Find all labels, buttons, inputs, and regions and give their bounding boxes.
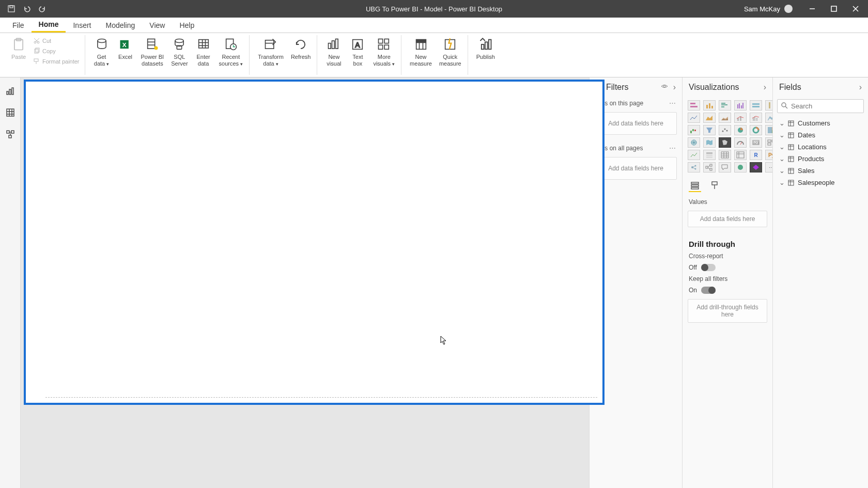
- field-table-locations[interactable]: ⌄ Locations: [775, 141, 866, 153]
- viz-filled-map-icon[interactable]: [703, 137, 716, 148]
- svg-rect-77: [752, 103, 760, 105]
- viz-line-clustered-icon[interactable]: [750, 113, 762, 123]
- close-button[interactable]: [848, 2, 863, 16]
- field-table-salespeople[interactable]: ⌄ Salespeople: [775, 177, 866, 188]
- viz-funnel-icon[interactable]: [703, 125, 716, 135]
- more-icon[interactable]: ⋯: [669, 99, 677, 107]
- viz-table-icon[interactable]: [719, 150, 731, 160]
- undo-icon[interactable]: [23, 5, 31, 13]
- redo-icon[interactable]: [38, 5, 47, 13]
- publish-button[interactable]: Publish: [473, 35, 498, 61]
- cross-report-toggle[interactable]: [701, 264, 716, 271]
- eye-icon[interactable]: [661, 83, 668, 92]
- canvas[interactable]: [21, 77, 589, 488]
- menu-home[interactable]: Home: [32, 18, 66, 33]
- format-tab-icon[interactable]: [708, 180, 721, 192]
- collapse-icon[interactable]: ›: [859, 83, 862, 92]
- refresh-button[interactable]: Refresh: [288, 35, 314, 61]
- viz-pie-icon[interactable]: [734, 125, 747, 135]
- collapse-icon[interactable]: ›: [673, 83, 676, 92]
- viz-card-icon[interactable]: 123: [750, 137, 762, 148]
- maximize-button[interactable]: [827, 2, 841, 16]
- field-table-dates[interactable]: ⌄ Dates: [775, 129, 866, 141]
- menu-insert[interactable]: Insert: [66, 18, 98, 33]
- svg-rect-127: [691, 185, 699, 186]
- viz-donut-icon[interactable]: [750, 125, 762, 135]
- viz-stacked-area-icon[interactable]: [719, 113, 731, 123]
- new-visual-button[interactable]: New visual: [322, 35, 345, 68]
- pbi-datasets-button[interactable]: Power BI datasets: [138, 35, 167, 68]
- menu-help[interactable]: Help: [172, 18, 202, 33]
- viz-line-icon[interactable]: [688, 113, 700, 123]
- paste-button: Paste: [7, 35, 30, 61]
- svg-rect-60: [11, 131, 14, 133]
- canvas-selection[interactable]: [24, 80, 605, 405]
- ribbon-group-calculations: New measure Quick measure: [404, 35, 468, 75]
- viz-clustered-column-icon[interactable]: [734, 100, 747, 111]
- viz-map-icon[interactable]: [688, 137, 700, 148]
- viz-100-bar-icon[interactable]: [750, 100, 762, 111]
- svg-rect-133: [788, 121, 794, 126]
- fields-header: Fields: [779, 83, 801, 92]
- viz-stacked-column-icon[interactable]: [703, 100, 716, 111]
- get-data-button[interactable]: Get data ▾: [90, 35, 113, 68]
- quick-measure-button[interactable]: Quick measure: [436, 35, 464, 68]
- viz-waterfall-icon[interactable]: [688, 125, 700, 135]
- filters-header: Filters: [606, 83, 629, 92]
- viz-qa-icon[interactable]: [719, 162, 731, 172]
- data-view-button[interactable]: [4, 106, 17, 119]
- viz-r-icon[interactable]: R: [750, 150, 762, 160]
- ribbon-group-queries: Transform data ▾ Refresh: [252, 35, 317, 75]
- filters-all-dropzone[interactable]: Add data fields here: [595, 157, 677, 180]
- more-icon[interactable]: ⋯: [669, 144, 677, 152]
- viz-area-icon[interactable]: [703, 113, 716, 123]
- menu-view[interactable]: View: [142, 18, 172, 33]
- viz-gauge-icon[interactable]: [734, 137, 747, 148]
- field-table-sales[interactable]: ⌄ Sales: [775, 165, 866, 177]
- viz-scatter-icon[interactable]: [719, 125, 731, 135]
- viz-key-influencers-icon[interactable]: [688, 162, 700, 172]
- more-visuals-button[interactable]: More visuals ▾: [370, 35, 398, 68]
- viz-line-column-icon[interactable]: [734, 113, 747, 123]
- svg-rect-124: [710, 168, 712, 170]
- collapse-icon[interactable]: ›: [764, 83, 766, 92]
- recent-sources-button[interactable]: Recent sources ▾: [216, 35, 246, 68]
- viz-slicer-icon[interactable]: [703, 150, 716, 160]
- svg-rect-61: [9, 135, 11, 138]
- ribbon-group-share: Publish: [470, 35, 501, 75]
- menu-file[interactable]: File: [5, 18, 32, 33]
- menu-modeling[interactable]: Modeling: [98, 18, 142, 33]
- chevron-down-icon: ⌄: [779, 179, 784, 186]
- user-indicator[interactable]: Sam McKay: [744, 5, 793, 13]
- enter-data-icon: [195, 36, 212, 53]
- model-view-button[interactable]: [4, 128, 17, 140]
- values-label: Values: [683, 196, 772, 208]
- values-dropzone[interactable]: Add data fields here: [688, 211, 767, 227]
- drillthrough-dropzone[interactable]: Add drill-through fields here: [688, 299, 767, 323]
- enter-data-button[interactable]: Enter data: [192, 35, 215, 68]
- field-table-customers[interactable]: ⌄ Customers: [775, 117, 866, 129]
- viz-shape-map-icon[interactable]: [719, 137, 731, 148]
- transform-data-button[interactable]: Transform data ▾: [255, 35, 287, 68]
- excel-button[interactable]: X Excel: [114, 35, 137, 61]
- viz-clustered-bar-icon[interactable]: [719, 100, 731, 111]
- fields-search[interactable]: [777, 99, 864, 113]
- filters-page-dropzone[interactable]: Add data fields here: [595, 112, 677, 135]
- viz-kpi-icon[interactable]: [688, 150, 700, 160]
- avatar-icon: [784, 5, 793, 13]
- viz-decomposition-icon[interactable]: [703, 162, 716, 172]
- sql-server-button[interactable]: SQL Server: [168, 35, 191, 68]
- new-measure-button[interactable]: New measure: [407, 35, 435, 68]
- viz-powerapps-icon[interactable]: [750, 162, 762, 172]
- save-icon[interactable]: [7, 5, 16, 13]
- field-table-products[interactable]: ⌄ Products: [775, 153, 866, 165]
- viz-stacked-bar-icon[interactable]: [688, 100, 700, 111]
- fields-tab-icon[interactable]: [689, 180, 701, 192]
- viz-matrix-icon[interactable]: [734, 150, 747, 160]
- viz-arcgis-icon[interactable]: [734, 162, 747, 172]
- keep-filters-toggle[interactable]: [701, 287, 716, 294]
- report-view-button[interactable]: [4, 85, 17, 97]
- text-box-button[interactable]: A Text box: [346, 35, 369, 68]
- minimize-button[interactable]: [805, 2, 819, 16]
- search-input[interactable]: [791, 102, 860, 110]
